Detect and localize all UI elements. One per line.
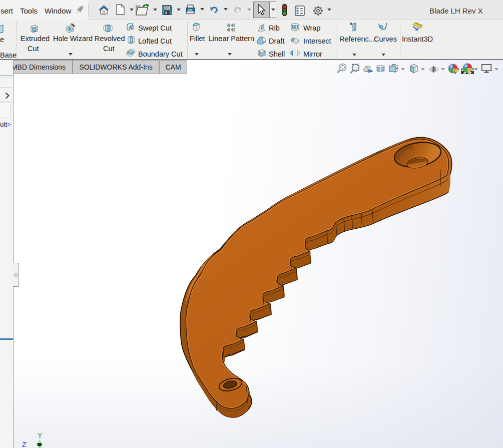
svg-text:Z: Z [22, 440, 27, 448]
svg-text:Y: Y [38, 431, 43, 439]
